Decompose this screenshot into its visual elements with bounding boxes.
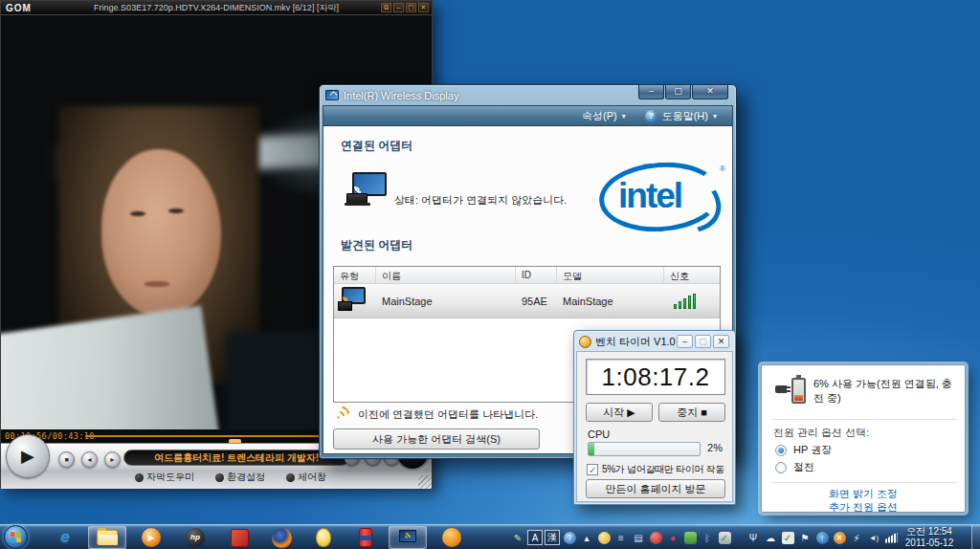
intel-menubar: 속성(P) ▾ ? 도움말(H) ▾ — [323, 105, 733, 126]
bluetooth-icon[interactable]: ᛒ — [700, 530, 715, 545]
column-name[interactable]: 이름 — [376, 267, 516, 283]
more-power-options-link[interactable]: 추가 전원 옵션 — [762, 500, 965, 515]
taskbar-firefox[interactable] — [262, 526, 301, 549]
cpu-label: CPU — [588, 428, 610, 440]
stop-button[interactable]: ■ — [58, 451, 75, 468]
menu-help[interactable]: ? 도움말(H) ▾ — [645, 109, 717, 123]
previous-button[interactable]: ◄ — [81, 451, 98, 468]
cpu-progress-fill — [589, 443, 594, 455]
resize-grip[interactable] — [418, 475, 432, 489]
ime-korean-icon[interactable]: A — [527, 530, 543, 545]
intel-logo: intel ® — [599, 163, 722, 231]
taskbar-gom-app[interactable] — [433, 526, 471, 549]
power-plan-label: 전원 관리 옵션 선택: — [773, 426, 869, 440]
timer-titlebar[interactable]: 벤치 타이머 V1.0 – ▢ ✕ — [576, 333, 733, 351]
timer-maximize-button: ▢ — [695, 335, 711, 348]
actress-eye-left — [130, 211, 145, 216]
hp-icon: hp — [186, 528, 205, 547]
gom-minimize-button[interactable]: – — [393, 3, 404, 12]
gom-tray-icon[interactable] — [596, 530, 612, 545]
wireless-antenna-icon[interactable]: Ψ — [746, 530, 761, 545]
next-button[interactable]: ► — [104, 451, 121, 468]
security-lock-icon[interactable] — [682, 530, 698, 545]
taskbar-intel-widi[interactable] — [389, 526, 427, 549]
menu-properties[interactable]: 속성(P) ▾ — [582, 109, 626, 123]
play-button[interactable]: ▶ — [6, 434, 50, 478]
column-model[interactable]: 모델 — [557, 267, 664, 283]
internet-explorer-icon: e — [60, 528, 69, 547]
ad-marquee[interactable]: 여드름흉터치료! 트렌스테라피 개발자! — [123, 450, 349, 466]
power-plan-recommended[interactable]: HP 권장 — [775, 443, 832, 457]
taskbar-red-app[interactable] — [220, 526, 258, 549]
column-id[interactable]: ID — [516, 267, 557, 283]
column-signal[interactable]: 신호 — [664, 267, 717, 283]
intel-window-icon — [325, 90, 339, 100]
ime-hanja-icon[interactable]: 漢 — [545, 530, 560, 545]
intel-close-button[interactable]: ✕ — [692, 85, 728, 99]
show-desktop-button[interactable] — [971, 525, 980, 549]
taskbar-media-player[interactable]: ▶ — [132, 526, 170, 549]
taskbar-egg-app[interactable] — [304, 526, 343, 549]
radio-selected-icon[interactable] — [775, 445, 787, 456]
sync-check-icon[interactable]: ✓ — [780, 530, 795, 545]
gom-pin-button[interactable]: ⧉ — [381, 3, 391, 12]
system-tray: ✎ A 漢 ? ▴ ≡ ▤ ● ᛒ ✓ Ψ ☁ ✓ ⚑ ↑ ✕ ⚡ ◄) — [510, 526, 899, 549]
start-button[interactable] — [4, 525, 28, 549]
taskbar-internet-explorer[interactable]: e — [46, 526, 84, 549]
update-arrow-icon[interactable]: ↑ — [814, 530, 830, 545]
tray-expand-icon[interactable]: ▴ — [579, 530, 594, 545]
control-panel-link[interactable]: 제어창 — [286, 471, 326, 484]
intel-titlebar[interactable]: Intel(R) Wireless Display – ▢ ✕ — [323, 85, 733, 105]
subtitle-helper-link[interactable]: 자막도우미 — [135, 471, 194, 484]
taskbar-can-app[interactable] — [346, 526, 385, 549]
windows-flag-icon — [11, 532, 23, 544]
adapter-row[interactable]: MainStage 95AE MainStage — [334, 284, 720, 318]
cloud-icon[interactable]: ☁ — [763, 530, 778, 545]
adjust-brightness-link[interactable]: 화면 밝기 조정 — [762, 487, 965, 501]
checkbox-checked-icon[interactable]: ✓ — [587, 464, 598, 475]
cpu-progress-bar — [588, 442, 701, 456]
taskbar-clock[interactable]: 오전 12:54 2011-05-12 — [894, 526, 965, 549]
memory-monitor-icon[interactable]: ≡ — [613, 530, 629, 545]
display-tray-icon[interactable]: ▤ — [631, 530, 646, 545]
visit-homepage-button[interactable]: 만든이 홈페이지 방문 — [586, 479, 725, 498]
next-icon: ► — [109, 456, 116, 463]
ime-help-icon[interactable]: ? — [562, 530, 577, 545]
firefox-icon — [272, 528, 292, 548]
power-plug-icon[interactable]: ⚡ — [849, 530, 864, 545]
ime-pen-icon[interactable]: ✎ — [510, 530, 525, 545]
battery-charging-icon — [777, 376, 806, 408]
timer-minimize-button[interactable]: – — [677, 335, 693, 348]
action-center-flag-icon[interactable]: ⚑ — [797, 530, 813, 545]
media-play-icon: ▶ — [142, 528, 161, 547]
timer-close-button[interactable]: ✕ — [713, 335, 729, 348]
red-dot-icon[interactable]: ● — [665, 530, 680, 545]
intel-maximize-button[interactable]: ▢ — [665, 85, 691, 99]
cpu-threshold-option[interactable]: ✓ 5%가 넘어갈때만 타이머 작동 — [587, 463, 724, 476]
preferences-link[interactable]: 환경설정 — [215, 471, 265, 484]
antivirus-icon[interactable] — [648, 530, 663, 545]
column-type[interactable]: 유형 — [334, 267, 376, 283]
taskbar-hp-app[interactable]: hp — [176, 526, 214, 549]
widi-taskbar-icon — [397, 529, 418, 546]
speaker-icon[interactable]: ◄) — [866, 530, 881, 545]
subtitle-helper-icon — [135, 473, 144, 482]
alert-x-icon[interactable]: ✕ — [832, 530, 847, 545]
scan-adapters-button[interactable]: 사용 가능한 어댑터 검색(S) — [333, 428, 540, 450]
timer-start-button[interactable]: 시작 ▶ — [586, 403, 653, 422]
gom-titlebar[interactable]: GOM Fringe.S03E17.720p.HDTV.X264-DIMENSI… — [1, 1, 432, 14]
intel-minimize-button[interactable]: – — [638, 85, 664, 99]
shield-check-icon[interactable]: ✓ — [717, 530, 732, 545]
previous-adapter-note: 이전에 연결했던 어댑터를 나타냅니다. — [335, 407, 538, 422]
stopwatch-display: 1:08:17.2 — [586, 359, 725, 395]
gom-maximize-button[interactable]: ▢ — [406, 3, 416, 12]
timer-stop-button[interactable]: 중지 ■ — [658, 403, 725, 422]
timer-app-icon — [579, 336, 591, 348]
power-plan-saver[interactable]: 절전 — [775, 460, 814, 474]
timer-window-title: 벤치 타이머 V1.0 — [595, 335, 676, 349]
battery-status-text: 6% 사용 가능(전원 연결됨, 충전 중) — [813, 377, 953, 406]
gom-close-button[interactable]: ✕ — [418, 3, 429, 12]
taskbar-windows-explorer[interactable] — [88, 526, 126, 549]
radio-unselected-icon[interactable] — [775, 462, 787, 473]
actress-face — [101, 149, 221, 317]
